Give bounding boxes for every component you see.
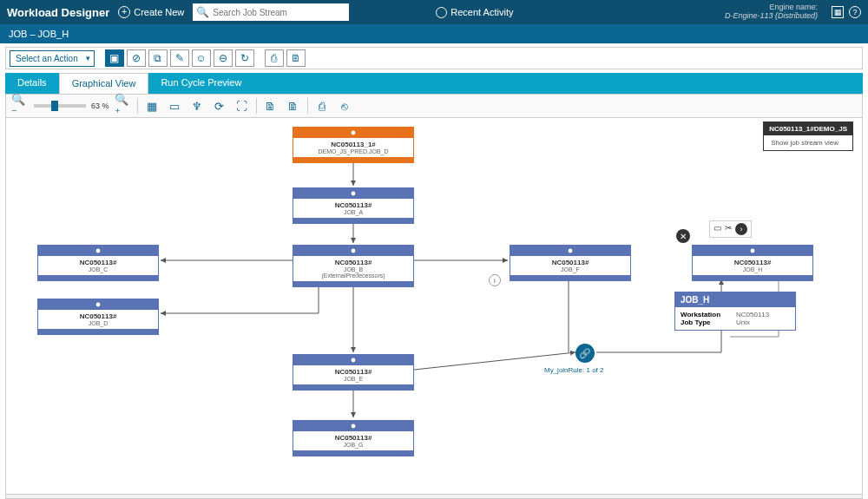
svg-point-14 — [352, 358, 356, 363]
print-view-button[interactable]: ⎙ — [313, 97, 331, 115]
action-toolbar: Select an Action ▣ ⊘ ⧉ ✎ ☺ ⊖ ↻ ⎙ 🗎 — [5, 47, 863, 69]
node-note: (ExternalPredecessors) — [295, 272, 411, 279]
svg-point-16 — [751, 249, 755, 253]
node-sub: JOB_B — [295, 266, 411, 272]
next-icon[interactable]: › — [735, 223, 747, 235]
node-title: NC050113# — [512, 259, 628, 266]
svg-point-13 — [569, 249, 573, 253]
edit-button[interactable]: ✎ — [170, 49, 189, 67]
node-sub: JOB_G — [295, 442, 411, 448]
tab-runcycle[interactable]: Run Cycle Preview — [148, 73, 253, 94]
popup-ws-key: Workstation — [681, 311, 731, 318]
node-sub: JOB_D — [40, 320, 156, 326]
engine-info: Engine name: D-Engine-113 (Distributed) — [725, 3, 818, 21]
person-button[interactable]: ☺ — [192, 49, 211, 67]
svg-point-8 — [352, 131, 356, 135]
stream-info-panel: NC050113_1#DEMO_JS Show job stream view — [763, 121, 853, 151]
refresh-button[interactable]: ⟳ — [211, 97, 228, 115]
node-job-e[interactable]: NC050113# JOB_E — [293, 354, 414, 391]
tabs: Details Graphical View Run Cycle Preview — [5, 73, 863, 94]
node-title: NC050113# — [40, 259, 156, 266]
note-icon[interactable]: ▭ — [713, 223, 721, 235]
node-job-c[interactable]: NC050113# JOB_C — [37, 245, 159, 281]
zoom-value: 63 % — [91, 102, 109, 110]
footer-bar — [5, 494, 863, 499]
recent-activity-label: Recent Activity — [450, 7, 513, 17]
node-pred[interactable]: NC050113_1# DEMO_JS_PRED.JOB_D — [293, 127, 414, 163]
view-toolbar: 🔍⁻ 63 % 🔍⁺ ▦ ▭ ♆ ⟳ ⛶ 🗎 🗎 ⎙ ⎋ — [5, 94, 863, 118]
export-view-button[interactable]: ⎋ — [336, 97, 353, 115]
print-button[interactable]: ⎙ — [265, 49, 284, 67]
info-panel-title: NC050113_1#DEMO_JS — [764, 122, 852, 135]
engine-value: D-Engine-113 (Distributed) — [725, 12, 818, 21]
popup-ws-value: NC050113 — [736, 311, 769, 318]
export-button[interactable]: 🗎 — [286, 49, 306, 67]
search-input[interactable] — [213, 8, 345, 17]
node-sub: DEMO_JS_PRED.JOB_D — [295, 148, 411, 154]
close-selection-button[interactable]: ✕ — [676, 229, 690, 243]
popup-jt-key: Job Type — [681, 318, 731, 326]
svg-point-9 — [352, 192, 356, 196]
node-title: NC050113# — [40, 312, 156, 320]
zoom-out-button[interactable]: 🔍⁻ — [11, 97, 29, 115]
breadcrumb: JOB – JOB_H — [0, 24, 868, 43]
page1-button[interactable]: 🗎 — [262, 97, 279, 115]
node-sub: JOB_A — [295, 209, 411, 215]
condition-badge[interactable]: i — [489, 274, 501, 286]
node-mini-toolbar: ▭ ✂ › — [709, 220, 752, 238]
copy-button[interactable]: ⧉ — [148, 49, 168, 67]
popup-title: JOB_H — [675, 292, 795, 307]
zoom-slider[interactable] — [34, 104, 86, 108]
node-job-f[interactable]: NC050113# JOB_F — [510, 245, 631, 281]
node-job-g[interactable]: NC050113# JOB_G — [293, 420, 414, 456]
node-title: NC050113# — [295, 201, 411, 209]
action-select[interactable]: Select an Action — [10, 50, 95, 67]
help-icon[interactable]: ? — [849, 6, 861, 18]
fullscreen-button[interactable]: ⛶ — [233, 97, 251, 115]
node-job-d[interactable]: NC050113# JOB_D — [37, 299, 159, 335]
node-sub: JOB_F — [512, 266, 628, 272]
grid-icon[interactable]: ▦ — [832, 6, 844, 18]
cancel-button[interactable]: ⊘ — [127, 49, 146, 67]
tree-button[interactable]: ♆ — [188, 97, 206, 115]
svg-point-10 — [352, 249, 356, 253]
node-job-h[interactable]: NC050113# JOB_H — [692, 245, 813, 281]
recent-activity-button[interactable]: Recent Activity — [436, 7, 513, 18]
node-title: NC050113# — [694, 259, 811, 266]
join-label: My_joinRule: 1 of 2 — [544, 366, 603, 374]
page2-button[interactable]: 🗎 — [285, 97, 302, 115]
zoom-in-button[interactable]: 🔍⁺ — [115, 97, 132, 115]
tab-details[interactable]: Details — [5, 73, 59, 94]
gear-icon — [95, 301, 102, 308]
cut-icon[interactable]: ✂ — [725, 223, 732, 235]
save-button[interactable]: ▣ — [105, 49, 124, 67]
node-title: NC050113# — [295, 368, 411, 376]
node-title: NC050113# — [295, 434, 411, 442]
frame-button[interactable]: ▭ — [166, 97, 183, 115]
node-details-popup: JOB_H Workstation NC050113 Job Type Unix — [674, 292, 796, 331]
top-header: Workload Designer + Create New 🔍 Recent … — [0, 0, 868, 24]
gear-icon — [749, 247, 756, 254]
create-new-button[interactable]: + Create New — [118, 6, 184, 18]
svg-point-11 — [96, 249, 101, 253]
svg-point-12 — [96, 303, 101, 307]
gear-icon — [567, 247, 574, 254]
node-job-b[interactable]: NC050113# JOB_B (ExternalPredecessors) — [293, 245, 414, 287]
join-node[interactable]: 🔗 — [575, 344, 595, 363]
app-title: Workload Designer — [7, 6, 109, 19]
show-stream-link[interactable]: Show job stream view — [764, 135, 852, 150]
gear-icon — [350, 247, 357, 254]
graph-canvas[interactable]: NC050113_1# DEMO_JS_PRED.JOB_D NC050113#… — [5, 118, 863, 499]
popup-jt-value: Unix — [736, 318, 750, 326]
node-title: NC050113# — [295, 259, 411, 266]
remove-button[interactable]: ⊖ — [214, 49, 233, 67]
node-job-a[interactable]: NC050113# JOB_A — [293, 187, 414, 224]
redo-button[interactable]: ↻ — [235, 49, 254, 67]
plus-icon: + — [118, 6, 130, 18]
node-sub: JOB_H — [694, 266, 811, 272]
clock-icon — [436, 7, 447, 18]
gear-icon — [350, 129, 357, 136]
gear-icon — [350, 357, 357, 364]
tab-graphical-view[interactable]: Graphical View — [59, 73, 149, 94]
fit-button[interactable]: ▦ — [143, 97, 161, 115]
